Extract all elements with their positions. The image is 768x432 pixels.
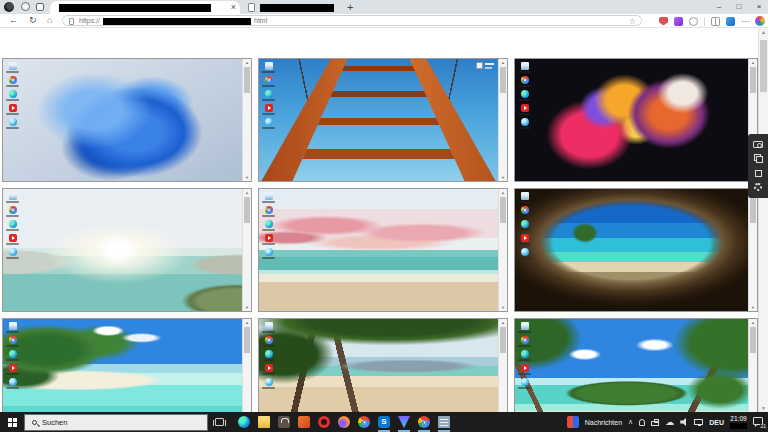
- scroll-up-icon[interactable]: ▲: [243, 319, 251, 326]
- thumbnail-scrollbar[interactable]: ▲▼: [498, 189, 507, 311]
- youtube-icon[interactable]: [265, 364, 273, 372]
- desktop-thumbnail-windows11-blue-bloom[interactable]: ▲▼: [2, 58, 252, 182]
- new-tab-button[interactable]: +: [347, 0, 353, 14]
- recycle-bin-icon[interactable]: [265, 322, 273, 330]
- scroll-down-icon[interactable]: ▼: [499, 304, 507, 311]
- more-menu-icon[interactable]: ⋯: [741, 17, 749, 26]
- page-scrollbar-thumb[interactable]: [760, 40, 767, 92]
- desktop-thumbnail-golden-gate-tower[interactable]: ▲▼: [258, 58, 508, 182]
- scroll-up-icon[interactable]: ▲: [243, 59, 251, 66]
- purple-extension-icon[interactable]: [674, 17, 683, 26]
- messenger-icon[interactable]: [521, 378, 529, 386]
- region-select-icon[interactable]: [755, 170, 762, 177]
- address-bar[interactable]: https:// html ☆: [62, 15, 642, 26]
- chrome-icon[interactable]: [265, 336, 273, 344]
- thumbnail-scrollbar[interactable]: ▲▼: [498, 59, 507, 181]
- scroll-up-icon[interactable]: ▲: [499, 59, 507, 66]
- scroll-down-icon[interactable]: ▼: [499, 174, 507, 181]
- messenger-icon[interactable]: [9, 118, 17, 126]
- youtube-icon[interactable]: [9, 234, 17, 242]
- scrollbar-thumb[interactable]: [244, 327, 250, 353]
- copy-icon[interactable]: [754, 154, 763, 163]
- start-button[interactable]: [0, 412, 24, 432]
- recycle-bin-icon[interactable]: [521, 322, 529, 330]
- chrome-icon[interactable]: [265, 206, 273, 214]
- thumbnail-scrollbar[interactable]: ▲▼: [748, 189, 757, 311]
- messenger-icon[interactable]: [521, 118, 529, 126]
- taskbar-app-store[interactable]: [277, 412, 291, 432]
- scrollbar-thumb[interactable]: [244, 197, 250, 223]
- shield-extension-icon[interactable]: [659, 17, 668, 26]
- desktop-thumbnail-calm-lake-sunrise[interactable]: ▲▼: [2, 188, 252, 312]
- messenger-icon[interactable]: [265, 118, 273, 126]
- scroll-up-icon[interactable]: ▲: [243, 189, 251, 196]
- taskbar-app-opera[interactable]: [317, 412, 331, 432]
- recycle-bin-icon[interactable]: [265, 192, 273, 200]
- youtube-icon[interactable]: [521, 364, 529, 372]
- refresh-icon[interactable]: ↻: [29, 14, 37, 27]
- taskbar-search-input[interactable]: Suchen: [24, 414, 208, 431]
- scroll-down-icon[interactable]: ▼: [749, 304, 757, 311]
- news-widget-icon[interactable]: [567, 416, 579, 428]
- edge-icon[interactable]: [9, 90, 17, 98]
- taskbar-app-file-explorer[interactable]: [257, 412, 271, 432]
- scrollbar-thumb[interactable]: [750, 197, 756, 223]
- taskbar-app-skype[interactable]: S: [377, 412, 391, 432]
- split-screen-icon[interactable]: [711, 17, 720, 26]
- taskbar-app-firefox[interactable]: [337, 412, 351, 432]
- taskbar-app-edge[interactable]: [237, 412, 251, 432]
- edge-icon[interactable]: [9, 220, 17, 228]
- site-info-icon[interactable]: [69, 18, 74, 25]
- camera-icon[interactable]: [753, 141, 763, 148]
- recycle-bin-icon[interactable]: [9, 322, 17, 330]
- chevron-up-icon[interactable]: ∧: [628, 418, 633, 426]
- messenger-icon[interactable]: [521, 248, 529, 256]
- home-icon[interactable]: ⌂: [47, 14, 52, 27]
- scroll-down-icon[interactable]: ▼: [759, 405, 768, 411]
- thumbnail-scrollbar[interactable]: ▲▼: [242, 189, 251, 311]
- settings-gear-icon[interactable]: [754, 183, 762, 191]
- scroll-up-icon[interactable]: ▲: [749, 319, 757, 326]
- chrome-icon[interactable]: [265, 76, 273, 84]
- profile-avatar[interactable]: [755, 16, 765, 26]
- taskbar-app-chrome[interactable]: [357, 412, 371, 432]
- window-maximize-button[interactable]: □: [730, 0, 748, 13]
- edge-icon[interactable]: [265, 220, 273, 228]
- youtube-icon[interactable]: [265, 234, 273, 242]
- tab-active[interactable]: ×: [50, 1, 240, 14]
- keyboard-language-indicator[interactable]: DEU: [709, 419, 724, 426]
- cloud-icon[interactable]: ☁: [665, 417, 674, 427]
- youtube-icon[interactable]: [265, 104, 273, 112]
- network-icon[interactable]: [694, 419, 703, 425]
- scroll-up-icon[interactable]: ▲: [749, 59, 757, 66]
- scrollbar-thumb[interactable]: [500, 327, 506, 353]
- task-view-button[interactable]: [208, 418, 230, 426]
- volume-icon[interactable]: [680, 418, 688, 426]
- tab-inactive[interactable]: [246, 2, 338, 14]
- page-scrollbar[interactable]: ▲ ▼: [758, 28, 768, 412]
- recycle-bin-icon[interactable]: [9, 192, 17, 200]
- window-close-button[interactable]: ×: [750, 0, 768, 13]
- chrome-icon[interactable]: [521, 76, 529, 84]
- tab-box-icon[interactable]: [36, 3, 44, 11]
- gray-extension-icon[interactable]: [689, 17, 698, 26]
- taskbar-app-orange-app[interactable]: [297, 412, 311, 432]
- user-icon[interactable]: [639, 419, 645, 426]
- action-center-button[interactable]: 21: [753, 416, 765, 428]
- youtube-icon[interactable]: [9, 364, 17, 372]
- recycle-bin-icon[interactable]: [521, 62, 529, 70]
- messenger-icon[interactable]: [265, 378, 273, 386]
- browser-logo-icon[interactable]: [4, 2, 14, 12]
- scrollbar-thumb[interactable]: [750, 327, 756, 353]
- youtube-icon[interactable]: [521, 104, 529, 112]
- tab-close-icon[interactable]: ×: [231, 1, 236, 14]
- desktop-thumbnail-pink-sunset-beach[interactable]: ▲▼: [258, 188, 508, 312]
- messenger-icon[interactable]: [9, 248, 17, 256]
- scroll-down-icon[interactable]: ▼: [243, 304, 251, 311]
- taskbar-app-document-app[interactable]: [437, 412, 451, 432]
- messenger-icon[interactable]: [265, 248, 273, 256]
- eye-icon[interactable]: [21, 2, 30, 11]
- scroll-up-icon[interactable]: ▲: [499, 319, 507, 326]
- taskbar-app-chrome-alt[interactable]: [417, 412, 431, 432]
- chrome-icon[interactable]: [521, 206, 529, 214]
